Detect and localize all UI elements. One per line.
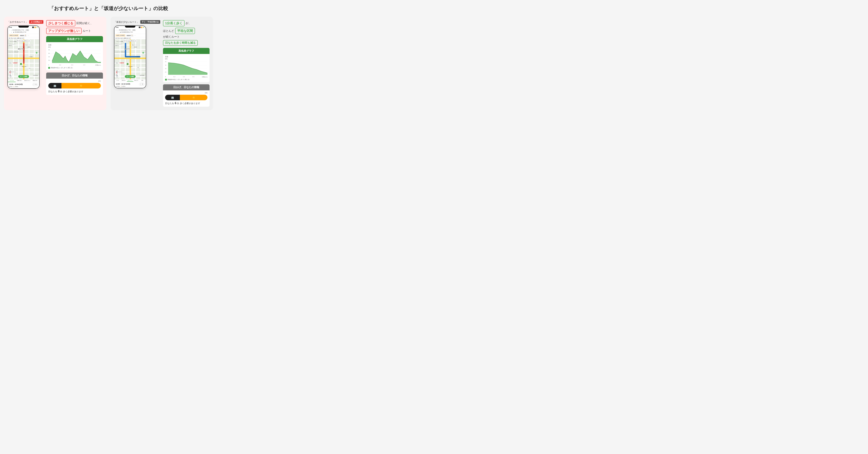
left-sunshine-yellow: ☀️ [61, 83, 101, 89]
right-phone-controls: 8/8(木) 12:00出発 検索条件 🚶 ☆ [115, 34, 146, 37]
right-graph-body: 高度(m) 33 30 26 23 [163, 54, 210, 82]
right-desc-text-1: が、 [186, 22, 191, 25]
left-desc-text-2: ルート [83, 29, 91, 33]
right-sunshine-minutes: 6 [175, 102, 176, 105]
left-panel-inner: 「おすすめルート」 上り区間あり 9:41 ▋▋ 🛜 🔋 ← [7, 20, 43, 89]
right-time: 9:41 [116, 27, 119, 28]
right-elevation-chart: 33 30 26 23 [165, 60, 208, 76]
left-map-poi: •南青山清水 [22, 66, 26, 67]
right-graph-section: 高低差グラフ 高度(m) 33 30 26 23 [163, 48, 210, 82]
left-graph-x-labels: 0 0.2 0.3 0.5 距離(km) [48, 64, 101, 66]
right-graph-header: 高低差グラフ [163, 48, 210, 54]
left-steps-row: 927歩 🚶 649m [9, 86, 23, 88]
right-warning: 6分 日なたを歩く必要があります [115, 37, 146, 39]
right-desc-row1: 1分長く歩く が、 [163, 20, 210, 26]
left-graph-body: 高度(m) 33 30 26 23 [46, 42, 103, 70]
left-map-poi: △梅窓院 [27, 47, 30, 47]
right-desc-post-2: が続くルート [163, 35, 180, 39]
comparison-container: 「おすすめルート」 上り区間あり 9:41 ▋▋ 🛜 🔋 ← [3, 17, 214, 110]
road [34, 39, 35, 79]
left-tab-recommend[interactable]: おすすめ [8, 79, 16, 82]
page-title: 「おすすめルート」と「坂道が少ないルート」の比較 [49, 5, 168, 12]
svg-text:30: 30 [165, 65, 166, 66]
right-panel-badge: 下り・平坦区間のみ [140, 20, 160, 24]
right-map-poi: •とんかつまい泉 青山本店 [115, 52, 125, 53]
left-graph-section: 高低差グラフ 高度(m) 33 30 26 [46, 36, 103, 70]
left-via-badge: + 経由 [25, 29, 29, 31]
left-nav-row1: ← ○ 東京都港区南青山3丁目1° + 経由 [9, 29, 38, 31]
right-tab-recommend[interactable]: すすめ [115, 79, 121, 82]
left-tab-slope[interactable]: 坂道が少ない [24, 79, 31, 82]
right-tab-roof[interactable]: 屋根が多い [133, 79, 140, 82]
left-map-poi: ワタリウム美術館 [9, 41, 17, 42]
left-phone-nav: ← ○ 東京都港区南青山3丁目1° + 経由 ↕ ■ 東京都港区南青山3丁目2 [8, 28, 39, 34]
svg-text:26: 26 [48, 56, 50, 58]
status-icons: ▋▋ 🛜 🔋 [32, 27, 38, 28]
right-map-area: ワタリウム美術館 外苑前 •青山サンクレストビ △梅窓院 ケアコミュニティ・ 原… [115, 39, 146, 79]
left-map-poi: △バイラルホール [9, 71, 16, 72]
phone-notch-right [125, 26, 135, 28]
left-time: 9:41 [9, 27, 12, 28]
right-to-addr: 東京都港区南青山3丁目2 [121, 31, 133, 33]
right-route-blue-v [125, 43, 126, 57]
svg-text:33: 33 [48, 49, 50, 51]
left-desc-row1: 少しきつく感じる 区間が続く、 [46, 20, 103, 26]
right-tab-slope[interactable]: 坂道が少ない [127, 79, 133, 82]
left-route-red [23, 43, 25, 64]
right-legend-green-square [165, 79, 167, 80]
left-map-poi: 原宿の丘 [9, 45, 12, 46]
left-graph-y-label: 高度(m) [48, 44, 101, 48]
left-star-icon: ☆ [28, 35, 29, 36]
svg-text:26: 26 [165, 68, 166, 69]
right-highlight-3: 日なたを歩く時間も減る [163, 40, 198, 46]
left-sunshine-section: 日かげ、日なたの情報 (分) 🏢 ☀️ 日なたを 8 分 歩く [46, 72, 103, 95]
left-panel-label: 「おすすめルート」 [7, 21, 28, 24]
right-tab-short[interactable]: 距離が短い [121, 79, 127, 82]
right-map-poi: ▽青山 [115, 75, 118, 76]
left-phone-tabs: おすすめ 距離が短い 坂道が少ない 屋根が多い [8, 79, 39, 82]
right-map-poi: •スギ薬局 [135, 56, 139, 57]
right-confirm-btn[interactable]: ルートを確認 [125, 75, 135, 78]
right-time-range: 12:00→12:10 (10分) [116, 83, 130, 85]
right-station-badge: 南青山三丁目 [124, 48, 130, 50]
right-zoom-label: ©伊藤病院 [119, 62, 124, 64]
main-road [130, 39, 131, 79]
left-tab-short[interactable]: 距離が短い [16, 79, 24, 82]
left-walk-icon: 🚶 [25, 35, 26, 36]
right-status-icons: ▋▋ 🛜 🔋 [139, 27, 145, 28]
right-search-cond: 検索条件 🚶 [126, 35, 134, 37]
left-map-poi: •青山サンクレストビ [25, 44, 33, 45]
left-phone-footer: 12:00→12:09 (9分) 927歩 🚶 649m ≡ 一覧 [8, 82, 39, 88]
left-desc-row2: アップダウンが激しい ルート [46, 28, 103, 34]
right-list-btn[interactable]: ≡ 一覧 [139, 83, 145, 86]
left-label-row: 「おすすめルート」 上り区間あり [7, 20, 43, 24]
left-elevation-chart: 33 30 26 23 [48, 48, 101, 64]
right-desc-row3: 日なたを歩く時間も減る [163, 40, 210, 46]
left-description: 少しきつく感じる 区間が続く、 アップダウンが激しい ルート [46, 20, 103, 34]
right-g-marker: G [142, 52, 145, 54]
svg-text:33: 33 [165, 61, 166, 62]
right-tab-stairs[interactable]: 階段… [140, 79, 146, 82]
left-list-btn[interactable]: ≡ 一覧 [32, 83, 38, 86]
right-sunshine-body: (分) 🏢 ☀️ 日なたを 6 分 歩く必要があります [163, 90, 210, 107]
right-nav-row1: ← ○ 東京都港区南青山3丁目1° + 経由 [116, 29, 145, 31]
left-date-badge: 8/8(木) 12:00出発 [9, 34, 19, 37]
road [18, 39, 19, 79]
left-map-area: ワタリウム美術館 外苑前 •青山サンクレストビ △梅窓院 ケアコミュニティ・ 原… [8, 39, 39, 79]
right-sunshine-header: 日かげ、日なたの情報 [163, 84, 210, 90]
left-nav-row2: ↕ ■ 東京都港区南青山3丁目2 [9, 31, 38, 33]
right-map-poi: 南青山清水 [128, 66, 133, 67]
left-from-addr: 東京都港区南青山3丁目1° [12, 29, 25, 31]
left-phone-mockup: 9:41 ▋▋ 🛜 🔋 ← ○ 東京都港区南青山3丁目1° + 経由 [7, 26, 39, 89]
left-map-poi: ▽青山 [9, 75, 11, 76]
left-confirm-btn[interactable]: ルートを確認 [18, 75, 29, 78]
left-sunshine-footer: 日なたを 8 分 歩く必要があります [48, 90, 101, 93]
right-map-poi: ケアコミュニティ・ [115, 44, 123, 44]
right-map-poi: ワタリウム美術館 [116, 41, 123, 42]
left-time-range: 12:00→12:09 (9分) [9, 83, 23, 86]
left-tab-roof[interactable]: 屋根が多い [31, 79, 39, 82]
left-walk-marker: 🚶 [20, 63, 22, 65]
road [141, 39, 141, 79]
right-sunshine-bar: 🏢 ☀️ [165, 95, 208, 100]
right-sunshine-section: 日かげ、日なたの情報 (分) 🏢 ☀️ 日なたを 6 分 歩く [163, 84, 210, 107]
